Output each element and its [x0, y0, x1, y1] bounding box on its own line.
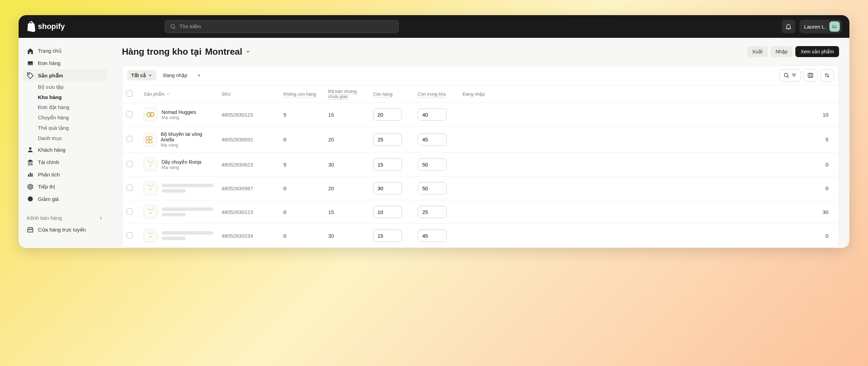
nav-finance[interactable]: Tài chính — [23, 156, 107, 168]
incoming-cell: 0 — [458, 176, 839, 200]
svg-rect-28 — [150, 189, 151, 190]
tag-icon — [27, 72, 34, 79]
skeleton-line — [162, 189, 186, 193]
nav-transfers[interactable]: Chuyển hàng — [23, 112, 107, 123]
nav-channels-header[interactable]: Kênh bán hàng — [23, 212, 107, 224]
nav-catalogs[interactable]: Danh mục — [23, 133, 107, 143]
committed-cell: 20 — [324, 127, 369, 153]
column-committed[interactable]: Đã bán nhưng chưa giao — [324, 85, 369, 103]
column-product[interactable]: Sản phẩm — [140, 85, 217, 103]
table-row[interactable]: 480528302340300 — [122, 224, 839, 248]
incoming-cell: 30 — [458, 200, 839, 224]
sku-cell: 48052830123 — [217, 200, 279, 224]
on-hand-input[interactable] — [418, 158, 447, 171]
nav-marketing[interactable]: Tiếp thị — [23, 181, 107, 193]
plus-icon — [197, 73, 202, 78]
svg-rect-30 — [150, 236, 151, 237]
available-input[interactable] — [373, 133, 402, 146]
sort-button[interactable] — [820, 69, 834, 82]
main-content: Hàng trong kho tại Montreal Xuất Nhập Xe… — [112, 38, 849, 248]
notifications-button[interactable] — [782, 20, 795, 33]
svg-point-0 — [171, 24, 175, 28]
available-input[interactable] — [373, 229, 402, 242]
bell-icon — [785, 23, 792, 30]
tab-all[interactable]: Tất cả — [127, 70, 156, 80]
nav-orders[interactable]: Đơn hàng — [23, 57, 107, 69]
nav-discounts[interactable]: Giảm giá — [23, 193, 107, 205]
on-hand-input[interactable] — [418, 133, 447, 146]
search-icon — [783, 72, 789, 78]
available-input[interactable] — [373, 158, 402, 171]
search-filter-button[interactable] — [779, 69, 801, 82]
svg-point-3 — [29, 74, 30, 75]
svg-line-14 — [787, 76, 789, 78]
topbar: shopify Tìm kiếm Lauren L. LL — [19, 15, 849, 38]
export-button[interactable]: Xuất — [747, 46, 768, 57]
row-checkbox[interactable] — [126, 232, 133, 238]
location-selector[interactable]: Montreal — [205, 46, 250, 57]
tab-incoming[interactable]: Đang nhập — [159, 70, 192, 80]
available-input[interactable] — [373, 108, 402, 121]
sku-cell: 48052830092 — [217, 127, 279, 153]
bank-icon — [27, 159, 34, 165]
svg-point-24 — [149, 136, 152, 139]
on-hand-input[interactable] — [418, 229, 447, 242]
nav-gift-cards[interactable]: Thẻ quà tặng — [23, 123, 107, 133]
search-input[interactable]: Tìm kiếm — [165, 20, 399, 33]
unavailable-cell: 5 — [279, 153, 324, 176]
table-row[interactable]: 4805283012301530 — [122, 200, 839, 224]
table-row[interactable]: Dây chuyền RonjaMạ vàng480528306235300 — [122, 153, 839, 176]
table-row[interactable]: 480528309870200 — [122, 176, 839, 200]
on-hand-input[interactable] — [418, 206, 447, 218]
import-button[interactable]: Nhập — [771, 46, 793, 57]
unavailable-cell: 0 — [279, 200, 324, 224]
column-unavailable[interactable]: Không còn hàng — [279, 85, 324, 103]
columns-button[interactable] — [804, 69, 817, 82]
unavailable-cell: 0 — [279, 224, 324, 248]
add-view-button[interactable] — [194, 71, 204, 80]
available-input[interactable] — [373, 182, 402, 194]
row-checkbox[interactable] — [126, 185, 133, 191]
sku-cell: 48052830987 — [217, 176, 279, 200]
user-menu[interactable]: Lauren L. LL — [799, 20, 842, 33]
row-checkbox[interactable] — [126, 161, 133, 167]
view-products-button[interactable]: Xem sản phẩm — [795, 46, 839, 57]
store-icon — [27, 226, 34, 233]
product-thumbnail — [144, 205, 157, 219]
product-thumbnail — [144, 181, 157, 195]
skeleton-line — [162, 207, 213, 211]
table-row[interactable]: Nomad HuggiesMạ vàng4805283012551510 — [122, 103, 839, 127]
product-thumbnail — [144, 229, 157, 243]
unavailable-cell: 0 — [279, 176, 324, 200]
nav-analytics[interactable]: Phân tích — [23, 168, 107, 181]
product-thumbnail — [144, 158, 157, 171]
row-checkbox[interactable] — [126, 111, 133, 117]
nav-purchase-orders[interactable]: Đơn đặt hàng — [23, 102, 107, 112]
nav-products[interactable]: Sản phẩm — [23, 69, 107, 82]
committed-cell: 15 — [324, 200, 369, 224]
sort-asc-icon — [166, 92, 170, 96]
on-hand-input[interactable] — [418, 108, 447, 121]
nav-online-store[interactable]: Cửa hàng trực tuyến — [23, 224, 107, 236]
column-on-hand[interactable]: Còn trong kho — [414, 85, 458, 103]
page-title: Hàng trong kho tại Montreal — [122, 46, 251, 57]
shopify-bag-icon — [26, 21, 36, 32]
nav-collections[interactable]: Bộ sưu tập — [23, 82, 107, 92]
table-row[interactable]: Bộ khuyên tai vòng AriellaMạ vàng4805283… — [122, 127, 839, 153]
nav-customers[interactable]: Khách hàng — [23, 143, 107, 156]
row-checkbox[interactable] — [126, 136, 133, 142]
row-checkbox[interactable] — [126, 208, 133, 215]
column-available[interactable]: Còn hàng — [369, 85, 414, 103]
product-thumbnail — [144, 133, 157, 147]
nav-inventory[interactable]: Kho hàng — [23, 92, 107, 102]
on-hand-input[interactable] — [418, 182, 447, 194]
column-sku[interactable]: SKU — [217, 85, 279, 103]
incoming-cell: 5 — [458, 127, 839, 153]
column-incoming[interactable]: Đang nhập — [458, 85, 839, 103]
svg-point-26 — [149, 140, 152, 143]
product-name: Nomad Huggies — [162, 109, 196, 115]
committed-cell: 30 — [324, 224, 369, 248]
nav-home[interactable]: Trang chủ — [23, 45, 107, 57]
available-input[interactable] — [373, 206, 402, 218]
select-all-checkbox[interactable] — [126, 90, 133, 97]
